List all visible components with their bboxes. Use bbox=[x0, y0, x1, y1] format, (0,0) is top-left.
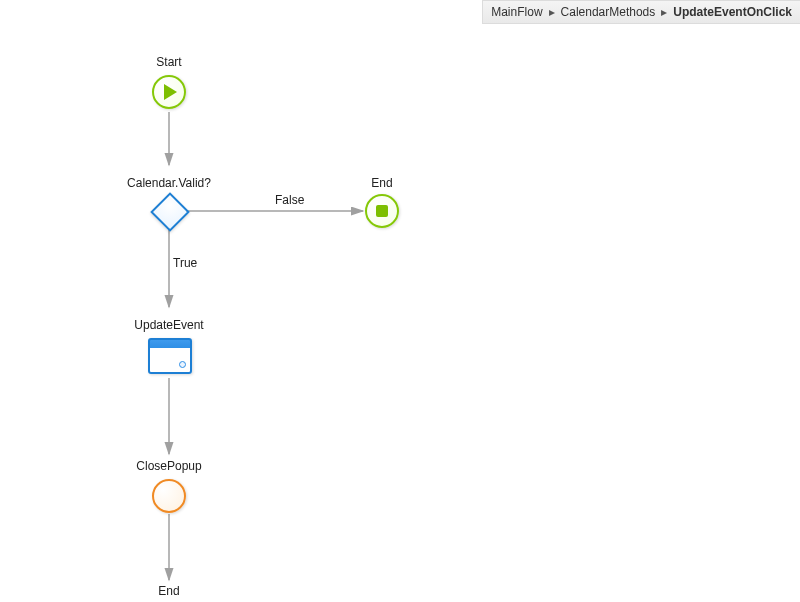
flow-canvas[interactable]: Start Calendar.Valid? False End True Upd… bbox=[0, 0, 800, 602]
update-event-label: UpdateEvent bbox=[134, 318, 203, 332]
edge-false-label: False bbox=[275, 193, 304, 207]
end-right-node[interactable] bbox=[365, 194, 399, 228]
edge-true-label: True bbox=[173, 256, 197, 270]
calendar-dot-icon bbox=[179, 361, 186, 368]
flow-edges bbox=[0, 0, 800, 602]
play-icon bbox=[164, 84, 177, 100]
decision-label: Calendar.Valid? bbox=[127, 176, 211, 190]
start-node[interactable] bbox=[152, 75, 186, 109]
end-bottom-label: End bbox=[158, 584, 179, 598]
update-event-node[interactable] bbox=[148, 338, 192, 374]
close-popup-node[interactable] bbox=[152, 479, 186, 513]
end-right-label: End bbox=[371, 176, 392, 190]
stop-icon bbox=[376, 205, 388, 217]
start-label: Start bbox=[156, 55, 181, 69]
close-popup-label: ClosePopup bbox=[136, 459, 201, 473]
